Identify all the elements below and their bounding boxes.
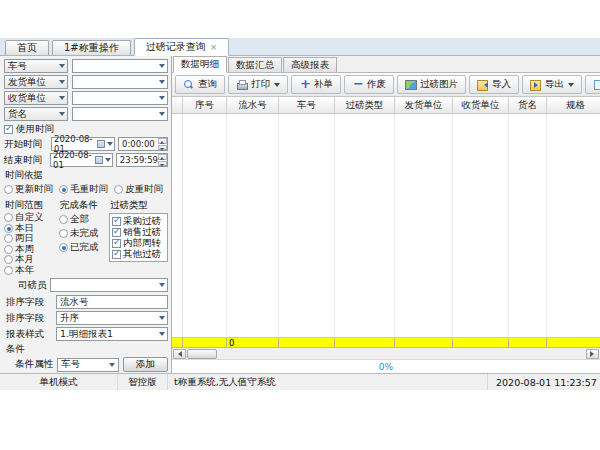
radio-gross-time-label: 毛重时间 xyxy=(70,183,108,196)
condition-attr-combo-value: 车号 xyxy=(61,358,80,371)
progress-indicator: 0% xyxy=(172,360,600,373)
subtab-data-detail[interactable]: 数据明细 xyxy=(173,56,227,73)
row-indicator-column-header xyxy=(172,97,183,113)
filter-value-combo-goods[interactable] xyxy=(72,107,168,121)
import-button[interactable]: 导入 xyxy=(469,75,519,94)
export-button[interactable]: 导出 xyxy=(522,75,582,94)
scroll-right-arrow-icon[interactable] xyxy=(586,349,599,359)
subtab-data-summary[interactable]: 数据汇总 xyxy=(228,57,282,72)
column-header-vehicle[interactable]: 车号 xyxy=(279,97,335,113)
end-time-spinner[interactable]: 23:59:59 xyxy=(116,153,168,167)
report-style-combo[interactable]: 1.明细报表1 xyxy=(56,327,168,341)
supplement-order-button[interactable]: 补单 xyxy=(291,75,341,94)
filter-field-combo-vehicle[interactable]: 车号 xyxy=(4,59,68,73)
time-range-group: 时间范围 自定义 本日 两日 本周 本月 本年 xyxy=(4,197,59,276)
filter-field-combo-shipper-value: 发货单位 xyxy=(8,76,46,89)
horizontal-scrollbar[interactable] xyxy=(172,348,600,360)
chevron-down-icon xyxy=(56,92,67,104)
close-icon[interactable]: × xyxy=(210,43,218,52)
end-date-picker[interactable]: 2020-08-01 xyxy=(50,153,113,167)
tab-weigh-operation[interactable]: 1#称重操作 xyxy=(52,40,131,55)
filter-field-combo-goods-value: 货名 xyxy=(8,108,27,121)
condition-title: 条件 xyxy=(6,343,168,356)
chevron-down-icon xyxy=(156,92,167,104)
column-header-goods[interactable]: 货名 xyxy=(509,97,547,113)
column-header-serial[interactable]: 流水号 xyxy=(227,97,279,113)
filter-field-combo-goods[interactable]: 货名 xyxy=(4,107,68,121)
weigh-photo-button[interactable]: 过磅图片 xyxy=(397,75,466,94)
sort-field-label: 排序字段 xyxy=(4,296,56,309)
use-time-checkbox[interactable] xyxy=(4,125,13,134)
column-header-receiver[interactable]: 收货单位 xyxy=(453,97,509,113)
void-order-button[interactable]: 作废 xyxy=(344,75,394,94)
filter-field-combo-receiver-value: 收货单位 xyxy=(8,92,46,105)
radio-gross-time[interactable]: 毛重时间 xyxy=(59,183,108,196)
data-panel: 数据明细 数据汇总 高级报表 查询 打 xyxy=(172,56,600,373)
time-basis-title: 时间依据 xyxy=(5,169,168,182)
filter-value-combo-vehicle[interactable] xyxy=(72,59,168,73)
chevron-down-icon xyxy=(156,76,167,88)
radio-all-label: 全部 xyxy=(70,213,89,226)
subtab-advanced-report-label: 高级报表 xyxy=(291,59,329,72)
weigh-type-checkbox-sale[interactable] xyxy=(112,228,121,237)
search-icon xyxy=(183,79,194,90)
radio-tare-time[interactable]: 皮重时间 xyxy=(114,183,163,196)
complete-condition-title: 完成条件 xyxy=(60,199,109,212)
document-tabbar: 首页 1#称重操作 过磅记录查询 × xyxy=(0,38,600,56)
subtab-advanced-report[interactable]: 高级报表 xyxy=(283,57,337,72)
column-header-shipper[interactable]: 发货单位 xyxy=(395,97,453,113)
weigh-type-checkbox-internal[interactable] xyxy=(112,239,121,248)
sort-order-combo[interactable]: 升序 xyxy=(56,311,168,325)
print-button[interactable]: 打印 xyxy=(228,75,288,94)
sort-field-input[interactable]: 流水号 xyxy=(56,295,168,309)
condition-attr-combo[interactable]: 车号 xyxy=(57,358,118,372)
plus-icon xyxy=(299,79,310,90)
chevron-down-icon xyxy=(56,108,67,120)
calendar-icon xyxy=(97,140,105,148)
weigher-combo[interactable] xyxy=(50,278,168,292)
filter-field-combo-shipper[interactable]: 发货单位 xyxy=(4,75,68,89)
condition-attr-row: 条件属性 车号 添加 xyxy=(4,357,168,372)
time-basis-group: 更新时间 毛重时间 皮重时间 xyxy=(4,183,168,196)
spinner-arrows-icon[interactable] xyxy=(158,138,167,150)
weigh-type-checkbox-other[interactable] xyxy=(112,250,121,259)
chevron-down-icon xyxy=(106,138,114,150)
column-header-weigh-type[interactable]: 过磅类型 xyxy=(335,97,395,113)
radio-all[interactable]: 全部 xyxy=(59,213,109,226)
data-subtabs: 数据明细 数据汇总 高级报表 xyxy=(172,56,600,73)
start-time-spinner[interactable]: 0:00:00 xyxy=(118,137,168,151)
query-button[interactable]: 查询 xyxy=(175,75,225,94)
filter-value-combo-receiver[interactable] xyxy=(72,91,168,105)
radio-completed[interactable]: 已完成 xyxy=(59,241,109,254)
tab-home[interactable]: 首页 xyxy=(5,40,49,55)
start-date-picker[interactable]: 2020-08-01 xyxy=(51,137,115,151)
filter-field-combo-receiver[interactable]: 收货单位 xyxy=(4,91,68,105)
import-icon xyxy=(477,79,488,90)
chevron-down-icon xyxy=(568,83,574,90)
start-time-value: 0:00:00 xyxy=(122,139,155,149)
scroll-left-arrow-icon[interactable] xyxy=(173,349,186,359)
weigh-type-title: 过磅类型 xyxy=(110,199,168,212)
radio-this-year[interactable]: 本年 xyxy=(4,266,59,276)
weigh-type-group: 过磅类型 采购过磅 销售过磅 内部周转 其他过磅 xyxy=(109,197,168,276)
settings-button[interactable]: 设置 xyxy=(585,75,600,94)
scrollbar-thumb[interactable] xyxy=(187,349,217,359)
weigher-label: 司磅员 xyxy=(4,279,46,292)
query-filter-panel: 车号 发货单位 xyxy=(0,56,172,373)
app-window: 首页 1#称重操作 过磅记录查询 × 车号 xyxy=(0,38,600,390)
summary-row: 0 xyxy=(172,337,600,348)
chevron-down-icon xyxy=(56,76,67,88)
condition-attr-label: 条件属性 xyxy=(4,358,53,371)
column-header-spec[interactable]: 规格 xyxy=(547,97,600,113)
spinner-arrows-icon[interactable] xyxy=(158,154,167,166)
tab-weigh-record-query[interactable]: 过磅记录查询 × xyxy=(134,38,230,56)
data-toolbar: 查询 打印 补单 作废 xyxy=(172,73,600,97)
filter-value-combo-shipper[interactable] xyxy=(72,75,168,89)
weigh-type-checkbox-purchase[interactable] xyxy=(112,217,121,226)
weigh-type-box: 采购过磅 销售过磅 内部周转 其他过磅 xyxy=(109,213,168,262)
add-condition-button[interactable]: 添加 xyxy=(123,357,168,372)
column-header-seq[interactable]: 序号 xyxy=(183,97,227,113)
radio-incomplete[interactable]: 未完成 xyxy=(59,227,109,240)
supplement-order-button-label: 补单 xyxy=(314,78,333,91)
radio-update-time[interactable]: 更新时间 xyxy=(4,183,53,196)
